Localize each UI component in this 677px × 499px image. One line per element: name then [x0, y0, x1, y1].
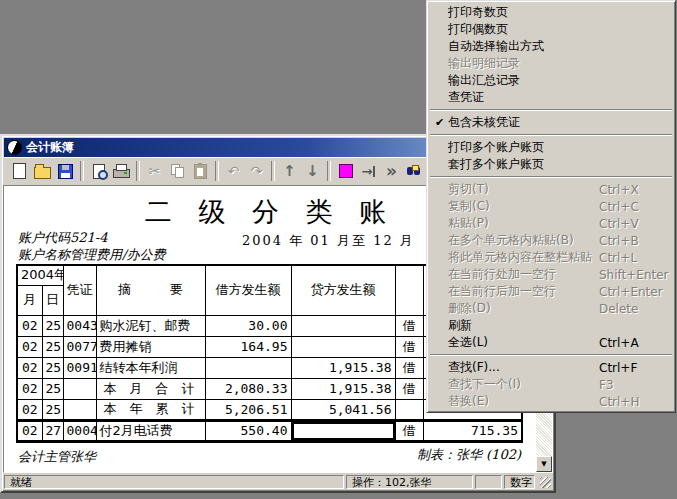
menu-item-label: 查找(F)...	[448, 359, 599, 376]
save-icon	[58, 164, 73, 179]
cell-month[interactable]: 02	[17, 315, 42, 336]
menu-item[interactable]: 粘贴(P) Ctrl+V	[429, 215, 673, 232]
menu-item[interactable]	[430, 109, 672, 111]
cell-voucher[interactable]: 0091	[63, 357, 96, 378]
print-preview-button[interactable]	[87, 160, 110, 182]
status-ready: 就绪	[4, 475, 344, 489]
menu-item[interactable]: 查找(F)... Ctrl+F	[429, 359, 673, 376]
cell-day[interactable]: 25	[42, 399, 63, 420]
menu-item[interactable]: 在当前行后加一空行 Ctrl+Enter	[429, 283, 673, 300]
cell-day[interactable]: 27	[42, 420, 63, 441]
cell-direction[interactable]: 借	[395, 336, 423, 357]
cell-credit[interactable]: 1,915.38	[291, 357, 395, 378]
cell-month[interactable]: 02	[17, 336, 42, 357]
menu-item[interactable]: 打印奇数页	[429, 4, 673, 21]
cut-button[interactable]	[143, 160, 166, 182]
menu-item[interactable]: 输出汇总记录	[429, 72, 673, 89]
menu-item[interactable]: 删除(D) Delete	[429, 300, 673, 317]
menu-item[interactable]: 复制(C) Ctrl+C	[429, 198, 673, 215]
cell-day[interactable]: 25	[42, 378, 63, 399]
cell-debit[interactable]: 550.40	[205, 420, 291, 441]
menu-item-label: 在多个单元格内粘贴(B)	[448, 232, 599, 249]
menu-item[interactable]: 替换(E) Ctrl+H	[429, 393, 673, 410]
menu-item[interactable]: 在当前行处加一空行 Shift+Enter	[429, 266, 673, 283]
paste-button[interactable]	[189, 160, 212, 182]
cell-debit[interactable]	[205, 357, 291, 378]
copy-button[interactable]	[166, 160, 189, 182]
find-in-book-icon	[407, 165, 423, 177]
new-button[interactable]	[8, 160, 31, 182]
cell-summary[interactable]: 费用摊销	[96, 336, 205, 357]
cell-month[interactable]: 02	[17, 357, 42, 378]
open-button[interactable]	[31, 160, 54, 182]
move-up-button[interactable]	[278, 160, 301, 182]
menu-item[interactable]	[430, 354, 672, 356]
menu-item[interactable]: 刷新	[429, 317, 673, 334]
next-page-icon	[362, 164, 376, 178]
cell-direction[interactable]: 借	[395, 420, 423, 441]
menu-item[interactable]	[430, 134, 672, 136]
cell-summary[interactable]: 付2月电话费	[96, 420, 205, 441]
menu-item[interactable]: 打印偶数页	[429, 21, 673, 38]
menu-item[interactable]: 自动选择输出方式	[429, 38, 673, 55]
cell-debit[interactable]: 2,080.33	[205, 378, 291, 399]
menu-item[interactable]: 套打多个账户账页	[429, 156, 673, 173]
menu-item[interactable]: 在多个单元格内粘贴(B) Ctrl+B	[429, 232, 673, 249]
menu-item[interactable]: 输出明细记录	[429, 55, 673, 72]
cell-summary[interactable]: 购水泥钉、邮费	[96, 315, 205, 336]
menu-item[interactable]: 查找下一个(I) F3	[429, 376, 673, 393]
cell-voucher[interactable]: 0077	[63, 336, 96, 357]
cell-balance[interactable]: 715.35	[423, 420, 522, 441]
cell-summary[interactable]: 本 年 累 计	[96, 399, 205, 420]
find-in-book-button[interactable]	[403, 160, 426, 182]
cell-credit[interactable]	[291, 420, 395, 441]
cell-day[interactable]: 25	[42, 336, 63, 357]
menu-item[interactable]: 将此单元格内容在整栏粘贴 Ctrl+L	[429, 249, 673, 266]
cell-month[interactable]: 02	[17, 378, 42, 399]
cell-voucher[interactable]: 0004	[63, 420, 96, 441]
cell-direction[interactable]: 借	[395, 315, 423, 336]
header-voucher: 凭证 号码	[63, 265, 96, 315]
cell-debit[interactable]: 164.95	[205, 336, 291, 357]
menu-item[interactable]: 全选(L) Ctrl+A	[429, 334, 673, 351]
cell-day[interactable]: 25	[42, 315, 63, 336]
goto-button[interactable]	[334, 160, 357, 182]
menu-item-label: 查找下一个(I)	[448, 376, 599, 393]
down-icon	[306, 162, 319, 180]
move-down-button[interactable]	[301, 160, 324, 182]
redo-button[interactable]	[245, 160, 268, 182]
cell-debit[interactable]: 30.00	[205, 315, 291, 336]
statusbar: 就绪 操作：102,张华 数字	[4, 473, 552, 489]
cell-credit[interactable]: 5,041.56	[291, 399, 395, 420]
cell-direction[interactable]	[395, 399, 423, 420]
resize-grip[interactable]	[537, 475, 552, 489]
last-page-button[interactable]	[380, 160, 403, 182]
cell-debit[interactable]: 5,206.51	[205, 399, 291, 420]
menu-item-label: 全选(L)	[448, 334, 599, 351]
save-button[interactable]	[54, 160, 77, 182]
menu-item[interactable]: 打印多个账户账页	[429, 139, 673, 156]
cell-summary[interactable]: 本 月 合 计	[96, 378, 205, 399]
cell-summary[interactable]: 结转本年利润	[96, 357, 205, 378]
menu-item[interactable]: 剪切(T) Ctrl+X	[429, 181, 673, 198]
next-page-button[interactable]	[357, 160, 380, 182]
menu-item[interactable]: ✔ 包含未核凭证	[429, 114, 673, 131]
cell-direction[interactable]: 借	[395, 378, 423, 399]
undo-button[interactable]	[222, 160, 245, 182]
cell-day[interactable]: 25	[42, 357, 63, 378]
status-operator: 操作：102,张华	[346, 475, 473, 489]
print-button[interactable]	[110, 160, 133, 182]
cell-voucher[interactable]	[63, 378, 96, 399]
cell-credit[interactable]: 1,915.38	[291, 378, 395, 399]
cell-credit[interactable]	[291, 336, 395, 357]
cell-credit[interactable]	[291, 315, 395, 336]
cell-month[interactable]: 02	[17, 420, 42, 441]
cell-month[interactable]: 02	[17, 399, 42, 420]
cell-direction[interactable]: 借	[395, 357, 423, 378]
scroll-down-button[interactable]: ▼	[536, 456, 552, 472]
cell-voucher[interactable]	[63, 399, 96, 420]
cell-voucher[interactable]: 0043	[63, 315, 96, 336]
menu-item-label: 刷新	[448, 317, 599, 334]
menu-item[interactable]: 查凭证	[429, 89, 673, 106]
menu-item[interactable]	[430, 176, 672, 178]
